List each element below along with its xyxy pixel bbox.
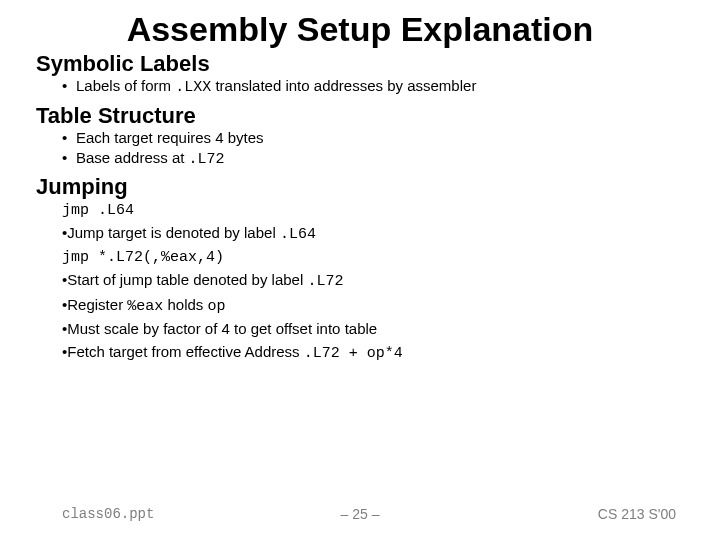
bullet-text: Labels of form (76, 77, 175, 94)
inline-code: .L72 (307, 273, 343, 290)
page-title: Assembly Setup Explanation (0, 10, 720, 49)
section-table-structure: Table Structure (36, 103, 720, 128)
code-line: jmp .L64 (62, 200, 720, 223)
inline-code: .L72 + op*4 (304, 345, 403, 362)
bullets-table: • Each target requires 4 bytes • Base ad… (62, 128, 720, 171)
inline-code: .L72 (189, 151, 225, 168)
bullet-dot-icon: • (62, 148, 76, 168)
bullet-text: Base address at (76, 149, 189, 166)
bullet-item: • Jump target is denoted by label .L64 (62, 222, 720, 247)
inline-code: .L64 (280, 226, 316, 243)
bullet-text: translated into addresses by assembler (211, 77, 476, 94)
footer: class06.ppt – 25 – CS 213 S'00 (0, 506, 720, 526)
bullet-item: • Must scale by factor of 4 to get offse… (62, 318, 720, 341)
jumping-body: jmp .L64 • Jump target is denoted by lab… (62, 200, 720, 366)
bullet-dot-icon: • (62, 128, 76, 148)
bullet-item: • Each target requires 4 bytes (62, 128, 720, 148)
slide: Assembly Setup Explanation Symbolic Labe… (0, 10, 720, 540)
bullet-item: • Labels of form .LXX translated into ad… (62, 76, 720, 98)
bullet-text: Each target requires 4 bytes (76, 128, 264, 148)
bullet-text: holds (163, 296, 207, 313)
bullet-item: • Register %eax holds op (62, 294, 720, 319)
inline-code: op (208, 298, 226, 315)
inline-code: .LXX (175, 79, 211, 96)
footer-right: CS 213 S'00 (598, 506, 676, 522)
bullet-text: Start of jump table denoted by label (67, 271, 307, 288)
code-line: jmp *.L72(,%eax,4) (62, 247, 720, 270)
bullets-symbolic: • Labels of form .LXX translated into ad… (62, 76, 720, 98)
bullet-text: Fetch target from effective Address (67, 343, 304, 360)
bullet-item: • Base address at .L72 (62, 148, 720, 170)
bullet-text: Must scale by factor of 4 to get offset … (67, 318, 377, 341)
bullet-item: • Start of jump table denoted by label .… (62, 269, 720, 294)
bullet-item: • Fetch target from effective Address .L… (62, 341, 720, 366)
section-symbolic-labels: Symbolic Labels (36, 51, 720, 76)
bullet-text: Register (67, 296, 127, 313)
inline-code: %eax (127, 298, 163, 315)
bullet-text: Jump target is denoted by label (67, 224, 280, 241)
bullet-dot-icon: • (62, 76, 76, 96)
section-jumping: Jumping (36, 174, 720, 199)
